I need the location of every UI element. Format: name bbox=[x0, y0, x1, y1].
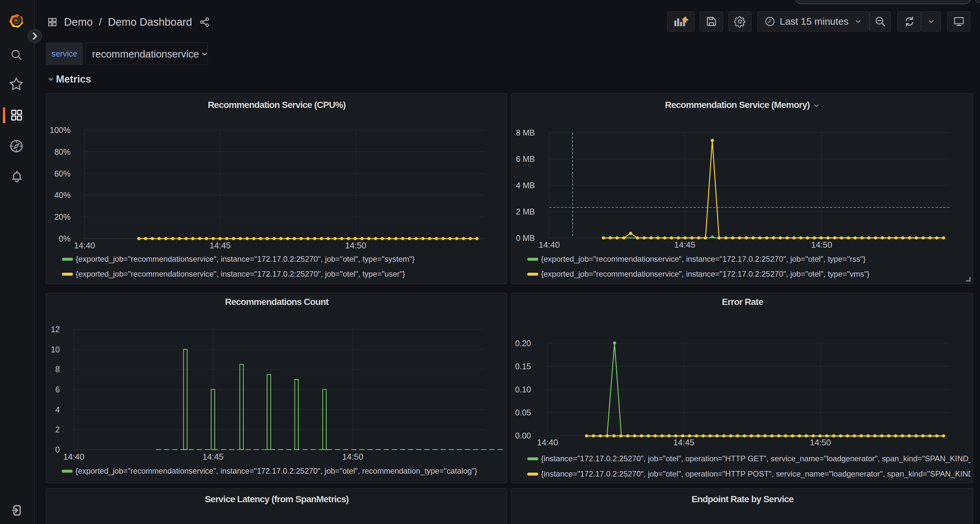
svg-text:14:40: 14:40 bbox=[537, 438, 558, 447]
svg-text:0.00: 0.00 bbox=[515, 431, 531, 440]
svg-text:6: 6 bbox=[55, 385, 60, 394]
svg-text:2: 2 bbox=[55, 425, 60, 434]
svg-text:20%: 20% bbox=[54, 212, 70, 221]
svg-text:14:50: 14:50 bbox=[810, 438, 831, 447]
svg-text:80%: 80% bbox=[54, 147, 70, 156]
svg-text:14:40: 14:40 bbox=[63, 452, 84, 462]
svg-text:0.20: 0.20 bbox=[515, 339, 531, 348]
svg-text:4 MB: 4 MB bbox=[516, 181, 535, 190]
svg-text:14:45: 14:45 bbox=[202, 452, 223, 462]
svg-text:14:50: 14:50 bbox=[342, 452, 363, 462]
svg-text:60%: 60% bbox=[54, 169, 70, 178]
svg-text:0: 0 bbox=[55, 445, 60, 454]
svg-text:6 MB: 6 MB bbox=[516, 154, 535, 164]
svg-text:14:50: 14:50 bbox=[811, 240, 832, 250]
svg-text:14:45: 14:45 bbox=[674, 240, 695, 250]
svg-text:10: 10 bbox=[51, 345, 60, 354]
svg-text:14:40: 14:40 bbox=[74, 241, 95, 250]
svg-text:4: 4 bbox=[55, 405, 60, 414]
svg-text:14:45: 14:45 bbox=[673, 438, 694, 447]
svg-text:14:40: 14:40 bbox=[538, 240, 560, 250]
svg-text:14:45: 14:45 bbox=[209, 241, 231, 250]
svg-text:100%: 100% bbox=[50, 125, 70, 135]
svg-text:0.15: 0.15 bbox=[515, 362, 531, 371]
svg-text:8: 8 bbox=[55, 365, 60, 374]
svg-text:8 MB: 8 MB bbox=[516, 128, 535, 137]
svg-text:40%: 40% bbox=[54, 191, 70, 200]
svg-text:0.10: 0.10 bbox=[515, 385, 531, 394]
svg-text:0%: 0% bbox=[59, 234, 70, 243]
svg-text:2 MB: 2 MB bbox=[516, 207, 535, 216]
svg-text:0 MB: 0 MB bbox=[516, 233, 535, 243]
svg-text:14:50: 14:50 bbox=[345, 241, 366, 250]
svg-text:0.05: 0.05 bbox=[515, 408, 531, 417]
svg-text:12: 12 bbox=[51, 325, 60, 334]
